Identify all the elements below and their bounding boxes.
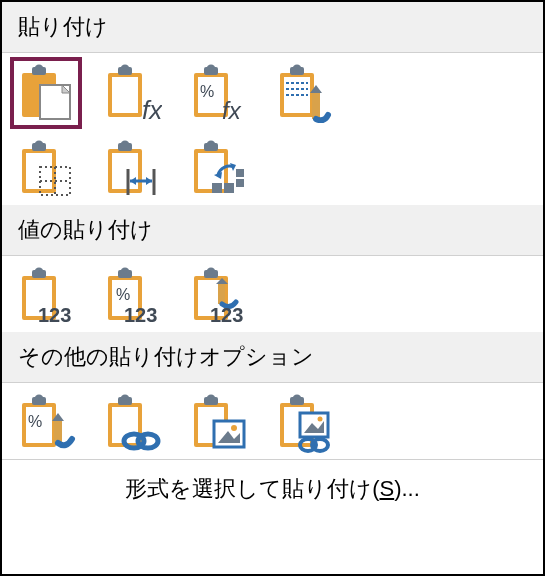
n123-label: 123 [210, 304, 243, 326]
paste-picture-button[interactable] [188, 393, 248, 453]
paste-special-prefix: 形式を選択して貼り付け( [125, 476, 379, 501]
svg-point-87 [318, 417, 323, 422]
pct-label: % [116, 286, 130, 303]
paste-values-button[interactable]: 123 [16, 266, 76, 326]
paste-other-row: % [2, 383, 543, 459]
paste-formulas-number-fmt-button[interactable]: % fx [188, 63, 248, 123]
pct-label: % [200, 83, 214, 100]
svg-rect-43 [224, 183, 234, 193]
paste-options-row-2 [2, 129, 543, 205]
svg-marker-37 [146, 177, 152, 185]
fx-label: fx [142, 95, 162, 123]
paste-values-source-fmt-button[interactable]: 123 [188, 266, 248, 326]
svg-rect-44 [236, 169, 244, 177]
svg-rect-8 [112, 77, 138, 113]
paste-link-button[interactable] [102, 393, 162, 453]
paste-keep-col-width-button[interactable] [102, 139, 162, 199]
paste-formulas-button[interactable]: fx [102, 63, 162, 123]
n123-label: 123 [124, 304, 157, 326]
paste-no-borders-button[interactable] [16, 139, 76, 199]
paste-values-number-fmt-button[interactable]: % 123 [102, 266, 162, 326]
section-title: 貼り付け [18, 14, 108, 39]
section-header-paste: 貼り付け [2, 2, 543, 53]
n123-label: 123 [38, 304, 71, 326]
paste-values-row: 123 % 123 123 [2, 256, 543, 332]
paste-special-suffix: )... [394, 476, 420, 501]
paste-special-accelerator: S [379, 476, 394, 501]
paste-transpose-button[interactable] [188, 139, 248, 199]
svg-rect-45 [236, 179, 244, 187]
paste-special-menu-item[interactable]: 形式を選択して貼り付け(S)... [2, 459, 543, 518]
paste-button[interactable] [16, 63, 76, 123]
pct-label: % [28, 413, 42, 430]
section-title: 値の貼り付け [18, 217, 153, 242]
svg-rect-66 [54, 421, 62, 443]
paste-formatting-button[interactable]: % [16, 393, 76, 453]
section-header-values: 値の貼り付け [2, 205, 543, 256]
svg-point-80 [231, 425, 237, 431]
section-title: その他の貼り付けオプション [18, 344, 314, 369]
section-header-other: その他の貼り付けオプション [2, 332, 543, 383]
svg-rect-60 [218, 284, 225, 304]
paste-keep-source-fmt-button[interactable] [274, 63, 334, 123]
paste-linked-picture-button[interactable] [274, 393, 334, 453]
svg-rect-20 [312, 93, 320, 119]
svg-rect-42 [212, 183, 222, 193]
paste-options-row-1: fx % fx [2, 53, 543, 129]
fx-label: fx [222, 97, 242, 123]
